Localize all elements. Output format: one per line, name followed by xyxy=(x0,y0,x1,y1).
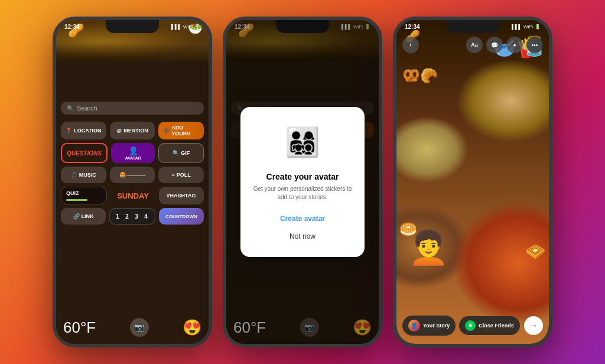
gif-label: GIF xyxy=(181,150,190,156)
sticker-row-2: QUESTIONS 👤 AVATAR 🔍 GIF xyxy=(61,143,204,163)
not-now-button[interactable]: Not now xyxy=(250,228,355,245)
sticker-tool-icon: 💬 xyxy=(491,42,498,48)
text-tool-button[interactable]: Aa xyxy=(466,37,483,53)
story-toolbar: ‹ Aa 💬 ✦ ••• xyxy=(396,37,549,53)
questions-label: QUESTIONS xyxy=(67,150,102,157)
emoji-slider-bar: ———— xyxy=(127,173,146,178)
your-story-button[interactable]: 👤 Your Story xyxy=(402,316,456,336)
status-bar-3: 12:34 ▌▌▌ WiFi 🔋 xyxy=(396,20,549,31)
sticker-questions[interactable]: QUESTIONS xyxy=(61,143,108,163)
sunday-label: SUNDAY xyxy=(117,191,149,200)
story-bottom-bar: 👤 Your Story ★ Close Friends → xyxy=(396,311,549,344)
bottom-bar-1: 60°F 📷 😍 xyxy=(56,313,209,344)
avatar-dialog-overlay: 👨‍👩‍👧‍👦 Create your avatar Get your own … xyxy=(226,20,379,344)
more-options-icon: ••• xyxy=(532,42,538,48)
phone-1-frame: 🥜 🥗 12:34 ▌▌▌ WiFi 🔋 🔍 Search xyxy=(53,17,212,347)
phone-2: 🥜 12:34 ▌▌▌ WiFi 🔋 🔍 Search 📍 L xyxy=(223,17,382,347)
sticker-sunday[interactable]: SUNDAY xyxy=(110,187,155,204)
your-story-label: Your Story xyxy=(423,323,450,329)
close-friends-label: Close Friends xyxy=(479,323,514,329)
story-food-background: 🥣🍟 🥨🥐 🥜 🫙 🧇 🥯 xyxy=(396,20,549,344)
music-label: MUSIC xyxy=(79,172,96,178)
chips-bowl: 🧇 xyxy=(525,242,546,261)
sticker-countdown[interactable]: COUNTDOWN xyxy=(159,208,204,225)
search-icon-1: 🔍 xyxy=(67,105,74,112)
story-tools: Aa 💬 ✦ ••• xyxy=(466,37,543,53)
text-tool-icon: Aa xyxy=(471,42,478,48)
poll-icon: ≡ xyxy=(172,172,175,178)
sticker-counter[interactable]: 1 2 3 4 xyxy=(109,208,155,225)
mention-label: MENTION xyxy=(123,128,148,134)
poll-label: POLL xyxy=(177,172,191,178)
phone-3-frame: 🥣🍟 🥨🥐 🥜 🫙 🧇 🥯 12:34 ▌▌▌ WiFi 🔋 ‹ xyxy=(393,17,552,347)
gif-search-icon: 🔍 xyxy=(173,150,179,156)
sticker-quiz[interactable]: QUIZ xyxy=(61,187,107,204)
close-friends-icon: ★ xyxy=(465,320,476,331)
status-icons-3: ▌▌▌ WiFi 🔋 xyxy=(512,24,541,30)
sticker-location[interactable]: 📍 LOCATION xyxy=(61,122,106,139)
close-friends-button[interactable]: ★ Close Friends xyxy=(459,316,520,335)
sticker-emoji-slider[interactable]: 😍 ———— xyxy=(110,167,155,183)
music-icon: 🎵 xyxy=(71,172,77,178)
dialog-description: Get your own personalized stickers to ad… xyxy=(250,185,355,202)
avatar-sticker-image: 🧑‍🦱 xyxy=(408,229,449,266)
countdown-label: COUNTDOWN xyxy=(165,214,197,219)
story-next-button[interactable]: → xyxy=(524,316,543,335)
phone-2-frame: 🥜 12:34 ▌▌▌ WiFi 🔋 🔍 Search 📍 L xyxy=(223,17,382,347)
hashtag-label: #HASHTAG xyxy=(167,193,196,199)
sticker-gif[interactable]: 🔍 GIF xyxy=(158,143,204,163)
back-button[interactable]: ‹ xyxy=(402,37,419,53)
story-next-arrow: → xyxy=(529,321,538,330)
sticker-row-4: QUIZ SUNDAY #HASHTAG xyxy=(61,187,204,204)
sticker-avatar[interactable]: 👤 AVATAR xyxy=(111,143,155,163)
location-label: LOCATION xyxy=(74,128,101,134)
story-view: 🥣🍟 🥨🥐 🥜 🫙 🧇 🥯 12:34 ▌▌▌ WiFi 🔋 ‹ xyxy=(396,20,549,344)
dialog-title: Create your avatar xyxy=(250,172,355,181)
battery-icon-3: 🔋 xyxy=(535,24,541,30)
create-avatar-button[interactable]: Create avatar xyxy=(250,210,355,228)
sticker-row-5: 🔗 LINK 1 2 3 4 COUNTDOWN xyxy=(61,208,204,225)
camera-button-1[interactable]: 📷 xyxy=(130,318,149,337)
your-story-avatar: 👤 xyxy=(408,320,420,332)
sticker-row-1: 📍 LOCATION @ MENTION ➕ ADD YOURS xyxy=(61,122,204,139)
avatar-dialog: 👨‍👩‍👧‍👦 Create your avatar Get your own … xyxy=(240,107,365,257)
sticker-music[interactable]: 🎵 MUSIC xyxy=(61,167,106,183)
sticker-mention[interactable]: @ MENTION xyxy=(110,122,155,139)
link-icon: 🔗 xyxy=(73,213,80,219)
addyours-icon: ➕ xyxy=(163,128,170,134)
phone-1: 🥜 🥗 12:34 ▌▌▌ WiFi 🔋 🔍 Search xyxy=(53,17,212,347)
wifi-icon-1: WiFi xyxy=(183,24,193,30)
link-label: LINK xyxy=(82,213,94,219)
sticker-hashtag[interactable]: #HASHTAG xyxy=(159,187,204,204)
avatar-icon: 👤 xyxy=(128,146,138,155)
phone-1-notch xyxy=(106,20,159,33)
status-icons-1: ▌▌▌ WiFi 🔋 xyxy=(171,24,200,30)
emoji-slider-icon: 😍 xyxy=(119,172,126,178)
sticker-link[interactable]: 🔗 LINK xyxy=(61,208,106,225)
counter-label: 1 2 3 4 xyxy=(116,213,149,220)
location-dot: 📍 xyxy=(66,128,72,134)
avatar-group-illustration: 👨‍👩‍👧‍👦 xyxy=(273,119,332,166)
sticker-row-3: 🎵 MUSIC 😍 ———— ≡ POLL xyxy=(61,167,204,183)
more-options-button[interactable]: ••• xyxy=(526,37,543,53)
sticker-addyours[interactable]: ➕ ADD YOURS xyxy=(158,122,204,139)
sticker-poll[interactable]: ≡ POLL xyxy=(158,167,204,183)
search-bar-1[interactable]: 🔍 Search xyxy=(61,102,204,115)
emoji-sticker-btn-1[interactable]: 😍 xyxy=(183,318,201,337)
phone-3: 🥣🍟 🥨🥐 🥜 🫙 🧇 🥯 12:34 ▌▌▌ WiFi 🔋 ‹ xyxy=(393,17,552,347)
effects-tool-button[interactable]: ✦ xyxy=(506,37,523,53)
battery-icon-1: 🔋 xyxy=(194,24,200,30)
status-time-1: 12:34 xyxy=(64,24,80,30)
wifi-icon-3: WiFi xyxy=(523,24,533,30)
temperature-1: 60°F xyxy=(63,318,96,337)
addyours-label: ADD YOURS xyxy=(171,125,199,136)
sticker-grid-1: 📍 LOCATION @ MENTION ➕ ADD YOURS Q xyxy=(56,118,209,228)
status-time-3: 12:34 xyxy=(405,24,420,30)
avatar-sticker[interactable]: 🧑‍🦱 xyxy=(408,226,449,267)
mention-icon: @ xyxy=(116,128,122,134)
signal-icon-3: ▌▌▌ xyxy=(512,24,522,30)
search-placeholder-1: Search xyxy=(77,105,97,112)
quiz-bar xyxy=(66,199,87,201)
sticker-tool-button[interactable]: 💬 xyxy=(486,37,503,53)
quiz-label: QUIZ xyxy=(66,190,79,196)
